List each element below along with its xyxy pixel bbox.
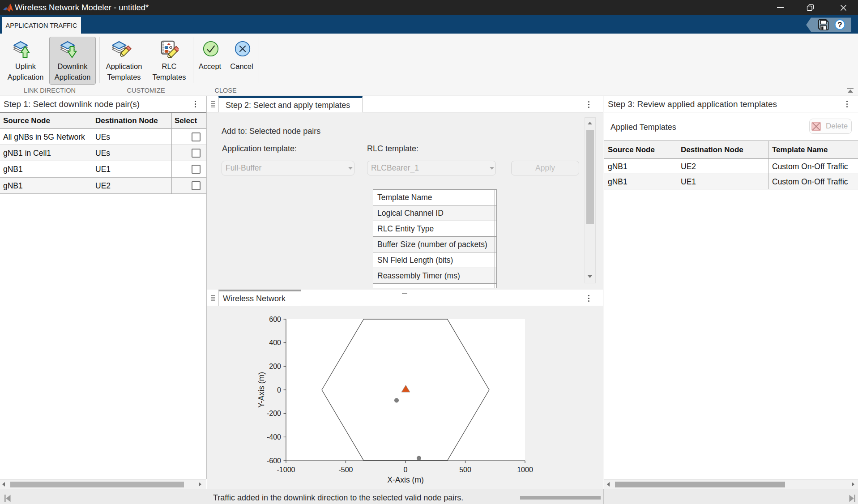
- svg-text:-1000: -1000: [277, 466, 295, 474]
- svg-text:-200: -200: [267, 410, 281, 417]
- svg-text:0: 0: [277, 386, 281, 394]
- svg-text:0: 0: [404, 466, 408, 474]
- svg-text:-500: -500: [338, 466, 353, 474]
- svg-text:Y-Axis (m): Y-Axis (m): [257, 372, 266, 408]
- svg-text:-600: -600: [267, 457, 281, 465]
- svg-text:600: 600: [269, 316, 281, 323]
- svg-text:X-Axis (m): X-Axis (m): [387, 475, 424, 484]
- svg-text:?: ?: [837, 21, 842, 29]
- svg-text:1000: 1000: [517, 466, 533, 474]
- svg-text:500: 500: [459, 466, 471, 474]
- svg-text:400: 400: [269, 339, 281, 346]
- svg-text:200: 200: [269, 363, 281, 370]
- svg-text:-400: -400: [267, 433, 281, 441]
